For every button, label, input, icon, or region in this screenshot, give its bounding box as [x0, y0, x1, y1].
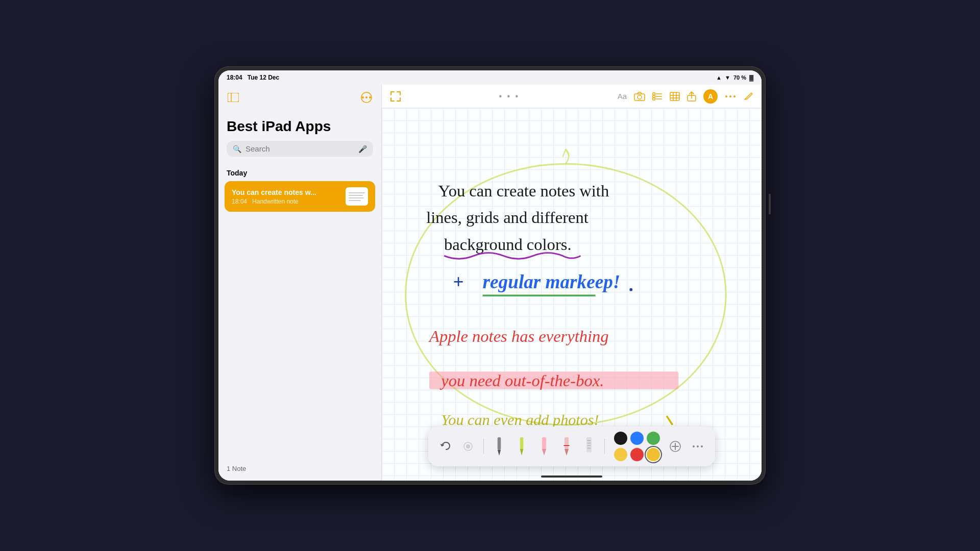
color-black[interactable] [614, 432, 627, 445]
date-display: Tue 12 Dec [248, 74, 279, 81]
svg-marker-42 [520, 449, 524, 456]
redo-button[interactable] [459, 437, 477, 456]
time-display: 18:04 [227, 74, 242, 81]
svg-text:background colors.: background colors. [444, 235, 571, 254]
svg-point-22 [733, 95, 736, 97]
color-yellow[interactable] [614, 448, 627, 461]
camera-button[interactable] [634, 92, 645, 101]
svg-text:regular markeep!: regular markeep! [483, 271, 621, 292]
markup-button[interactable]: A [703, 89, 718, 104]
microphone-icon[interactable]: 🎤 [358, 145, 367, 153]
svg-text:lines, grids and different: lines, grids and different [426, 209, 589, 227]
eraser-tool-button[interactable] [557, 437, 576, 456]
color-blue[interactable] [630, 432, 644, 445]
status-time: 18:04 Tue 12 Dec [227, 74, 279, 81]
svg-rect-48 [586, 437, 592, 452]
note-type: Handwritten note [252, 198, 299, 205]
expand-button[interactable] [390, 91, 401, 102]
status-bar: 18:04 Tue 12 Dec ▲ ▼ 70 % ▓ [218, 70, 762, 85]
checklist-button[interactable] [652, 92, 663, 101]
note-area: • • • Aa [382, 85, 762, 481]
note-card-meta: 18:04 Handwritten note [232, 198, 340, 205]
color-yellow-light[interactable] [647, 448, 660, 461]
volume-button [769, 194, 771, 214]
note-canvas[interactable]: You can create notes with lines, grids a… [382, 108, 762, 481]
more-drawing-options[interactable] [689, 437, 707, 456]
svg-point-30 [629, 288, 632, 291]
app-body: Best iPad Apps 🔍 🎤 Today You can create … [218, 85, 762, 481]
svg-rect-0 [228, 93, 239, 102]
svg-text:+: + [453, 271, 464, 292]
separator [483, 439, 484, 454]
search-bar[interactable]: 🔍 🎤 [227, 141, 373, 157]
svg-point-21 [729, 95, 731, 97]
color-palette [614, 432, 660, 461]
color-green[interactable] [647, 432, 660, 445]
sidebar-title: Best iPad Apps [227, 118, 373, 135]
font-button[interactable]: Aa [618, 92, 627, 101]
toolbar-dots: • • • [499, 92, 520, 101]
sidebar-toggle-button[interactable] [225, 89, 242, 106]
svg-text:You can create notes with: You can create notes with [438, 182, 609, 200]
svg-point-2 [362, 96, 364, 98]
svg-text:you need out-of-the-box.: you need out-of-the-box. [439, 371, 604, 390]
svg-point-4 [369, 96, 371, 98]
svg-text:Apple notes has everything: Apple notes has everything [428, 327, 609, 345]
handwriting-canvas: You can create notes with lines, grids a… [382, 108, 762, 481]
note-thumbnail [346, 187, 368, 206]
sidebar-header: Best iPad Apps 🔍 🎤 [218, 110, 381, 163]
svg-point-57 [697, 445, 699, 447]
svg-point-3 [365, 96, 368, 98]
color-red[interactable] [630, 448, 644, 461]
separator-2 [604, 439, 605, 454]
svg-marker-46 [565, 449, 569, 456]
table-button[interactable] [670, 92, 680, 101]
undo-button[interactable] [436, 437, 455, 456]
svg-point-7 [638, 95, 642, 99]
add-color-button[interactable] [666, 437, 684, 456]
ipad-screen: 18:04 Tue 12 Dec ▲ ▼ 70 % ▓ [218, 70, 762, 481]
thumb-line [349, 192, 365, 193]
pencil-tool-button[interactable]: A [490, 437, 508, 456]
drawing-toolbar: A [428, 427, 715, 466]
svg-rect-41 [520, 437, 524, 449]
svg-point-20 [725, 95, 727, 97]
svg-rect-14 [670, 92, 679, 101]
battery-display: 70 % [733, 74, 746, 81]
compose-button[interactable] [743, 91, 753, 102]
more-options-button[interactable] [725, 93, 736, 100]
toolbar-center: • • • [407, 92, 611, 101]
cellular-icon: ▼ [725, 74, 730, 81]
sidebar-more-button[interactable] [358, 89, 375, 106]
note-card[interactable]: You can create notes w... 18:04 Handwrit… [225, 181, 375, 212]
note-card-content: You can create notes w... 18:04 Handwrit… [232, 188, 340, 205]
battery-icon: ▓ [749, 74, 753, 81]
note-card-title: You can create notes w... [232, 188, 340, 196]
today-section-label: Today [218, 163, 381, 181]
svg-point-12 [653, 97, 655, 100]
svg-rect-38 [498, 437, 501, 450]
thumb-lines [347, 190, 367, 203]
svg-text:You can even add photos!: You can even add photos! [441, 411, 599, 429]
svg-marker-39 [498, 450, 501, 456]
note-time: 18:04 [232, 198, 247, 205]
home-indicator [541, 475, 602, 478]
wifi-icon: ▲ [716, 74, 722, 81]
sidebar: Best iPad Apps 🔍 🎤 Today You can create … [218, 85, 382, 481]
pen-tool-button[interactable] [512, 437, 531, 456]
svg-point-56 [693, 445, 695, 447]
svg-marker-44 [542, 449, 546, 456]
svg-rect-45 [565, 437, 569, 449]
share-button[interactable] [687, 91, 696, 102]
highlighter-tool-button[interactable] [535, 437, 553, 456]
search-input[interactable] [246, 144, 354, 153]
thumb-line [349, 200, 361, 201]
ruler-tool-button[interactable] [580, 437, 598, 456]
thumb-line [349, 195, 363, 196]
svg-point-37 [466, 444, 470, 448]
ipad-device: 18:04 Tue 12 Dec ▲ ▼ 70 % ▓ [214, 66, 766, 485]
thumb-line [349, 197, 364, 198]
svg-point-58 [701, 445, 703, 447]
toolbar-right: Aa [618, 89, 753, 104]
svg-rect-43 [542, 437, 546, 449]
